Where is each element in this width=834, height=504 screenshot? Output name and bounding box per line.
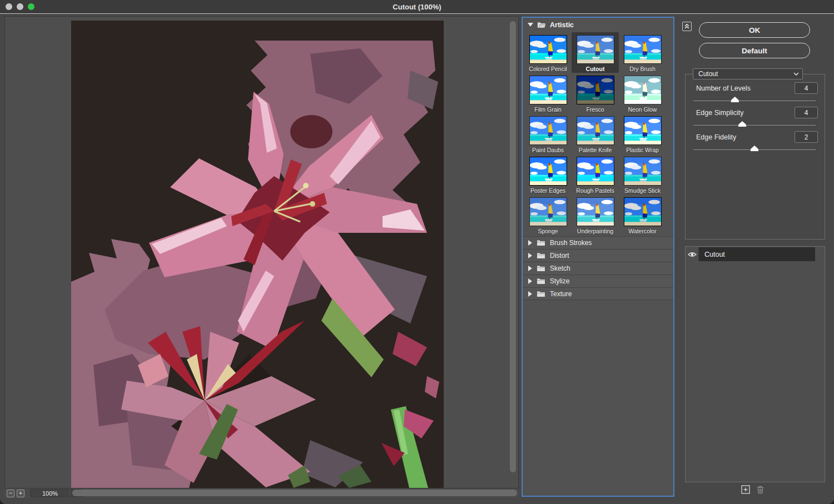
sailboat-thumbnail [529, 197, 567, 226]
slider-value-box[interactable]: 4 [795, 107, 818, 118]
triangle-down-icon [528, 23, 533, 27]
zoom-in-button[interactable]: + [17, 490, 24, 497]
window-title: Cutout (100%) [393, 3, 441, 11]
group-row-distort[interactable]: Distort [523, 249, 673, 262]
sailboat-thumbnail [529, 157, 567, 186]
default-button[interactable]: Default [699, 43, 810, 58]
triangle-right-icon [528, 291, 532, 297]
filter-thumb-smudge-stick[interactable]: Smudge Stick [619, 154, 666, 194]
sailboat-thumbnail [529, 76, 567, 104]
slider-value-box[interactable]: 4 [795, 82, 818, 94]
slider-row-edge-simplicity: Edge Simplicity 4 [693, 107, 818, 131]
zoom-button[interactable] [28, 3, 34, 10]
slider-row-edge-fidelity: Edge Fidelity 2 [693, 131, 818, 156]
filter-options-group: Number of Levels 4 Edge Simplicity 4 Edg… [685, 74, 825, 239]
triangle-right-icon [528, 266, 532, 271]
filter-thumb-cutout[interactable]: Cutout [572, 32, 619, 73]
folder-closed-icon [537, 265, 545, 272]
slider-thumb[interactable] [751, 146, 759, 151]
folder-closed-icon [537, 252, 545, 259]
sailboat-thumbnail [529, 35, 567, 64]
filter-thumb-underpainting[interactable]: Underpainting [572, 194, 619, 235]
new-effect-layer-button[interactable] [741, 485, 750, 496]
group-row-brush-strokes[interactable]: Brush Strokes [523, 236, 673, 249]
group-row-stylize[interactable]: Stylize [523, 275, 673, 287]
filter-thumb-fresco[interactable]: Fresco [572, 73, 619, 113]
double-chevron-up-icon [684, 23, 690, 29]
sailboat-thumbnail [624, 116, 662, 145]
sailboat-thumbnail [529, 116, 567, 145]
visibility-toggle[interactable] [686, 247, 699, 261]
folder-closed-icon [537, 239, 545, 246]
effect-layers-panel: Cutout [685, 246, 825, 482]
sailboat-thumbnail [624, 76, 662, 104]
filter-thumb-rough-pastels[interactable]: Rough Pastels [572, 154, 619, 194]
close-button[interactable] [6, 3, 12, 10]
group-row-sketch[interactable]: Sketch [523, 262, 673, 275]
horizontal-scrollbar[interactable] [72, 489, 517, 497]
sailboat-thumbnail [577, 157, 614, 186]
filter-thumb-paint-daubs[interactable]: Paint Daubs [524, 113, 572, 154]
sailboat-thumbnail [577, 35, 614, 64]
filter-thumb-neon-glow[interactable]: Neon Glow [619, 73, 666, 113]
filter-thumb-film-grain[interactable]: Film Grain [524, 73, 572, 113]
filter-select-dropdown[interactable]: Cutout [693, 68, 803, 79]
effect-layer-actions [741, 485, 765, 496]
preview-canvas[interactable] [71, 21, 444, 488]
ok-button[interactable]: OK [699, 22, 810, 38]
filter-thumb-watercolor[interactable]: Watercolor [619, 194, 666, 235]
filter-thumb-poster-edges[interactable]: Poster Edges [524, 154, 572, 194]
group-header-artistic[interactable]: Artistic [523, 18, 673, 32]
dialog-content: − + 100% Artistic Colore [0, 14, 834, 504]
slider-thumb[interactable] [731, 97, 739, 102]
vertical-scrollbar[interactable] [509, 20, 517, 485]
slider-label: Edge Simplicity [696, 109, 743, 117]
horizontal-scrollbar-thumb[interactable] [72, 490, 517, 496]
chevron-down-icon [793, 72, 799, 76]
vertical-scrollbar-thumb[interactable] [510, 21, 516, 472]
slider-label: Number of Levels [696, 84, 751, 92]
folder-closed-icon [537, 278, 545, 285]
filter-gallery-dialog: Cutout (100%) [0, 0, 834, 504]
minimize-button[interactable] [17, 3, 23, 10]
triangle-right-icon [528, 278, 532, 284]
status-bar: − + 100% [4, 488, 519, 498]
filter-thumb-dry-brush[interactable]: Dry Brush [619, 32, 666, 73]
slider-track[interactable] [693, 101, 816, 102]
slider-track[interactable] [693, 149, 816, 151]
sailboat-thumbnail [624, 35, 662, 64]
slider-row-number-of-levels: Number of Levels 4 [693, 82, 818, 107]
zoom-out-button[interactable]: − [7, 490, 14, 497]
title-bar: Cutout (100%) [0, 0, 834, 14]
sailboat-thumbnail [624, 157, 662, 186]
group-row-texture[interactable]: Texture [523, 287, 673, 300]
group-header-label: Artistic [550, 21, 574, 29]
collapse-panel-button[interactable] [682, 22, 692, 31]
window-controls [6, 3, 34, 10]
triangle-right-icon [528, 240, 532, 246]
folder-open-icon [537, 22, 546, 28]
slider-label: Edge Fidelity [696, 133, 736, 141]
group-list: Brush Strokes Distort Sketch Stylize Tex… [523, 236, 673, 300]
sailboat-thumbnail [577, 76, 614, 104]
triangle-right-icon [528, 253, 532, 258]
effect-layer-name[interactable]: Cutout [699, 247, 815, 261]
filter-gallery-panel: Artistic Colored Pencil Cutout Dry Brush… [522, 17, 674, 497]
slider-thumb[interactable] [738, 121, 747, 127]
filter-thumb-plastic-wrap[interactable]: Plastic Wrap [619, 113, 666, 154]
zoom-level-value: 100% [31, 490, 70, 497]
filter-thumb-palette-knife[interactable]: Palette Knife [572, 113, 619, 154]
folder-closed-icon [537, 291, 545, 297]
preview-pane [4, 16, 519, 488]
sailboat-thumbnail [577, 116, 614, 145]
slider-value-box[interactable]: 2 [795, 131, 818, 143]
eye-icon [688, 252, 697, 257]
filter-thumb-colored-pencil[interactable]: Colored Pencil [524, 32, 572, 73]
filter-select-value: Cutout [698, 70, 793, 78]
artistic-grid: Colored Pencil Cutout Dry Brush Film Gra… [523, 32, 673, 235]
delete-effect-layer-button[interactable] [756, 485, 765, 496]
effect-layer-row[interactable]: Cutout [686, 247, 825, 261]
slider-track[interactable] [693, 125, 816, 126]
sailboat-thumbnail [577, 197, 614, 226]
filter-thumb-sponge[interactable]: Sponge [524, 194, 572, 235]
